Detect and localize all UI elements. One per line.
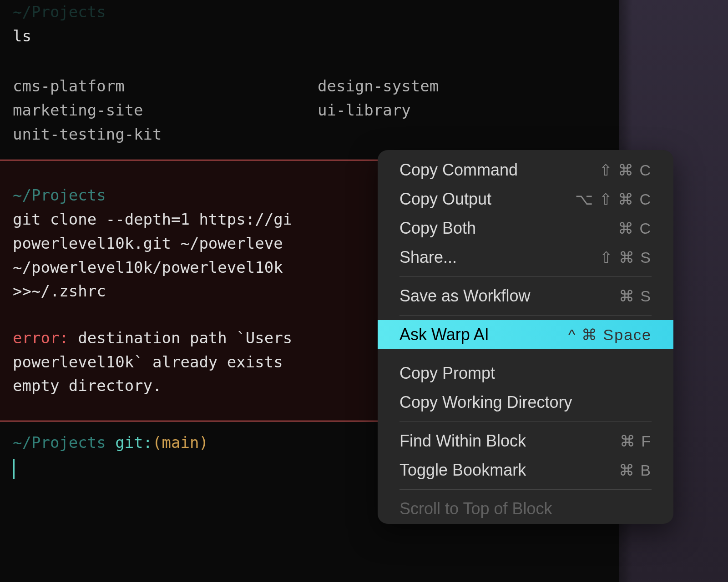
ls-output: cms-platform marketing-site unit-testing… (13, 74, 606, 146)
shortcut-label: ⌘ C (618, 219, 652, 237)
ls-item: marketing-site (13, 98, 318, 122)
ls-item: cms-platform (13, 74, 318, 98)
shortcut-label: ⌘ B (619, 461, 652, 479)
menu-divider (399, 421, 652, 422)
menu-save-workflow[interactable]: Save as Workflow ⌘ S (378, 281, 673, 311)
menu-toggle-bookmark[interactable]: Toggle Bookmark ⌘ B (378, 456, 673, 485)
ls-item: design-system (318, 74, 606, 98)
menu-copy-command[interactable]: Copy Command ⇧ ⌘ C (378, 156, 673, 185)
prompt-path: ~/Projects (13, 0, 606, 24)
error-label: error: (13, 329, 69, 347)
menu-copy-both[interactable]: Copy Both ⌘ C (378, 214, 673, 243)
menu-copy-working-directory[interactable]: Copy Working Directory (378, 388, 673, 417)
menu-divider (399, 354, 652, 354)
menu-ask-warp-ai[interactable]: Ask Warp AI ^ ⌘ Space (378, 320, 673, 349)
shortcut-label: ⌥ ⇧ ⌘ C (575, 190, 652, 208)
shortcut-label: ⇧ ⌘ C (599, 161, 652, 179)
menu-share[interactable]: Share... ⇧ ⌘ S (378, 243, 673, 272)
terminal-block-ls[interactable]: ~/Projects ls cms-platform marketing-sit… (0, 0, 619, 160)
menu-divider (399, 489, 652, 490)
shortcut-label: ⌘ F (620, 432, 652, 450)
shortcut-label: ⇧ ⌘ S (600, 248, 652, 266)
ls-item: unit-testing-kit (13, 122, 318, 146)
menu-scroll-top[interactable]: Scroll to Top of Block (378, 494, 673, 518)
menu-divider (399, 276, 652, 277)
context-menu: Copy Command ⇧ ⌘ C Copy Output ⌥ ⇧ ⌘ C C… (378, 150, 673, 524)
shortcut-label: ⌘ S (619, 287, 652, 305)
menu-divider (399, 315, 652, 316)
menu-find-within-block[interactable]: Find Within Block ⌘ F (378, 426, 673, 456)
shortcut-label: ^ ⌘ Space (568, 326, 652, 344)
menu-copy-output[interactable]: Copy Output ⌥ ⇧ ⌘ C (378, 185, 673, 214)
ls-item: ui-library (318, 98, 606, 122)
text-cursor (13, 459, 15, 479)
menu-copy-prompt[interactable]: Copy Prompt (378, 359, 673, 388)
command-text: ls (13, 24, 606, 48)
